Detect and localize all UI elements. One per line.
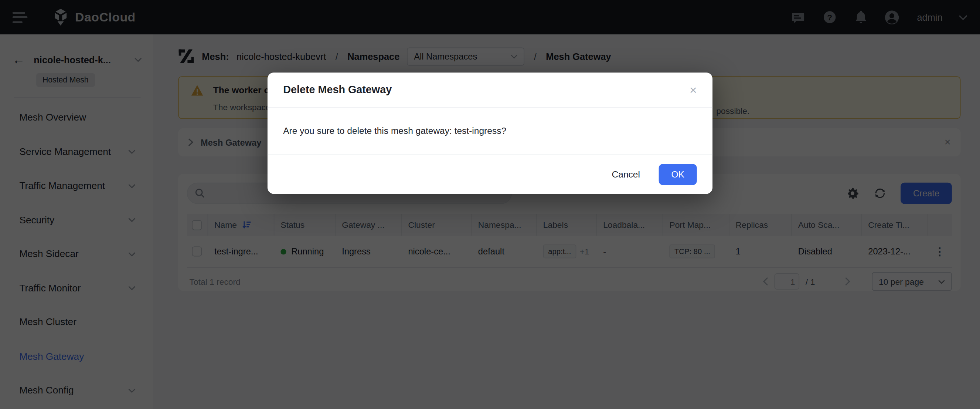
cancel-button[interactable]: Cancel [612, 169, 640, 179]
ok-button[interactable]: OK [659, 163, 697, 185]
modal-message: Are you sure to delete this mesh gateway… [283, 126, 506, 136]
app-viewport: DaoCloud ? admin ← nicole-ho [0, 0, 980, 409]
delete-mesh-gateway-modal: Delete Mesh Gateway × Are you sure to de… [267, 72, 713, 194]
modal-title: Delete Mesh Gateway [283, 83, 392, 96]
modal-backdrop [0, 0, 980, 409]
close-icon[interactable]: × [690, 83, 697, 96]
